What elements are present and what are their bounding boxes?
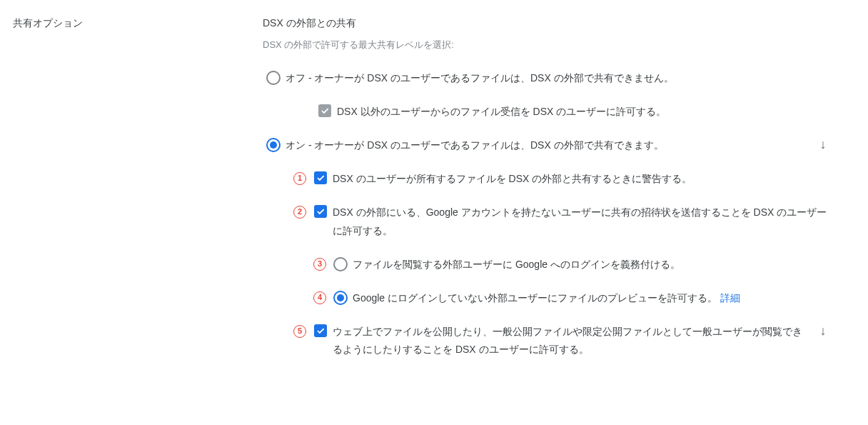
- checkmark-icon: [316, 326, 326, 336]
- arrow-down-icon: ↓: [820, 324, 827, 337]
- radio-require-google-login[interactable]: [333, 257, 348, 271]
- checkmark-icon: [316, 206, 326, 216]
- radio-allow-preview-no-login-label: Google にログインしていない外部ユーザーにファイルのプレビューを許可する。…: [351, 289, 834, 307]
- section-title: DSX の外部との共有: [263, 14, 834, 32]
- checkbox-off-allow-receive: [318, 104, 331, 117]
- radio-on[interactable]: [266, 138, 281, 152]
- checkmark-icon: [316, 173, 326, 183]
- checkbox-off-allow-receive-label: DSX 以外のユーザーからのファイル受信を DSX のユーザーに許可する。: [335, 103, 834, 121]
- checkbox-allow-invite-no-google-label: DSX の外部にいる、Google アカウントを持たないユーザーに共有の招待状を…: [331, 204, 834, 239]
- checkbox-warn-external-share[interactable]: [314, 171, 327, 184]
- radio-allow-preview-text: Google にログインしていない外部ユーザーにファイルのプレビューを許可する。: [353, 292, 720, 304]
- checkmark-icon: [320, 106, 330, 116]
- radio-off-label: オフ - オーナーが DSX のユーザーであるファイルは、DSX の外部で共有で…: [284, 69, 834, 87]
- annotation-badge-4: 4: [313, 291, 326, 304]
- section-subtitle: DSX の外部で許可する最大共有レベルを選択:: [263, 36, 834, 53]
- checkbox-warn-external-share-label: DSX のユーザーが所有するファイルを DSX の外部と共有するときに警告する。: [331, 170, 834, 188]
- checkbox-allow-publish-web-label: ウェブ上でファイルを公開したり、一般公開ファイルや限定公開ファイルとして一般ユー…: [331, 323, 812, 359]
- annotation-badge-2: 2: [293, 206, 306, 219]
- annotation-badge-3: 3: [313, 258, 326, 271]
- arrow-down-icon: ↓: [820, 138, 827, 151]
- checkbox-allow-publish-web[interactable]: [314, 324, 327, 337]
- annotation-badge-1: 1: [293, 172, 306, 185]
- radio-off[interactable]: [266, 71, 281, 85]
- radio-allow-preview-no-login[interactable]: [333, 291, 348, 305]
- learn-more-link[interactable]: 詳細: [720, 292, 740, 304]
- annotation-badge-5: 5: [293, 325, 306, 338]
- radio-require-google-login-label: ファイルを閲覧する外部ユーザーに Google へのログインを義務付ける。: [351, 256, 834, 274]
- page-section-title: 共有オプション: [13, 14, 263, 32]
- radio-on-label: オン - オーナーが DSX のユーザーであるファイルは、DSX の外部で共有で…: [284, 136, 812, 154]
- checkbox-allow-invite-no-google[interactable]: [314, 205, 327, 218]
